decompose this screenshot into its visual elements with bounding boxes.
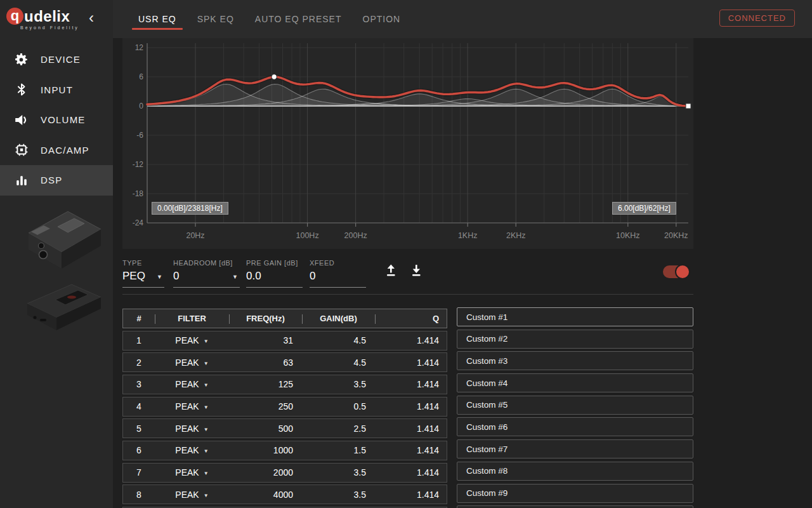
- gain-value[interactable]: 1.5: [302, 445, 375, 455]
- gain-value[interactable]: 4.5: [302, 335, 375, 345]
- freq-value[interactable]: 4000: [229, 490, 302, 500]
- filter-type-dropdown[interactable]: PEAK▼: [155, 379, 229, 389]
- preset-button-2[interactable]: Custom #2: [457, 330, 693, 349]
- freq-value[interactable]: 250: [229, 401, 302, 411]
- bluetooth-icon: [14, 83, 29, 97]
- headroom-db-field[interactable]: HEADROOM [dB]0▼: [173, 259, 240, 288]
- cell-text: 8: [136, 490, 141, 500]
- preset-button-8[interactable]: Custom #8: [457, 462, 693, 481]
- field-value[interactable]: 0: [173, 270, 240, 283]
- field-label: PRE GAIN [dB]: [246, 259, 303, 267]
- filter-type-dropdown[interactable]: PEAK▼: [155, 445, 229, 455]
- column-header-freqhz: FREQ(Hz): [229, 314, 302, 323]
- q-value[interactable]: 1.414: [375, 467, 448, 478]
- q-value[interactable]: 1.414: [375, 335, 448, 345]
- edge-cursor-handle[interactable]: [686, 104, 691, 109]
- field-label: TYPE: [122, 259, 164, 267]
- filter-type-dropdown[interactable]: PEAK▼: [155, 335, 229, 345]
- q-value[interactable]: 1.414: [375, 358, 448, 368]
- freq-value[interactable]: 31: [229, 335, 302, 345]
- preset-button-7[interactable]: Custom #7: [457, 439, 693, 458]
- gain-value[interactable]: 3.5: [302, 490, 375, 500]
- sidebar-item-dacamp[interactable]: DAC/AMP: [0, 135, 113, 166]
- q-value[interactable]: 1.414: [375, 490, 448, 500]
- chevron-down-icon: ▼: [204, 404, 209, 410]
- filter-row-2: 2PEAK▼634.51.414: [122, 352, 447, 372]
- filter-type-dropdown[interactable]: PEAK▼: [155, 490, 229, 500]
- freq-value[interactable]: 2000: [229, 467, 302, 478]
- filter-type-dropdown[interactable]: PEAK▼: [155, 467, 229, 478]
- band-number: 1: [123, 335, 155, 345]
- filter-row-6: 6PEAK▼10001.51.414: [122, 441, 447, 460]
- eq-enable-toggle[interactable]: [663, 265, 688, 278]
- filter-type-dropdown[interactable]: PEAK▼: [155, 424, 229, 434]
- tab-spk-eq[interactable]: SPK EQ: [197, 0, 234, 38]
- toggle-knob: [675, 264, 690, 279]
- gain-value[interactable]: 2.5: [302, 424, 375, 434]
- tab-usr-eq[interactable]: USR EQ: [138, 0, 176, 38]
- gear-icon: [14, 53, 29, 67]
- gain-value[interactable]: 3.5: [302, 379, 375, 389]
- column-header-q: Q: [375, 314, 448, 323]
- preset-button-1[interactable]: Custom #1: [457, 307, 693, 326]
- cell-text: 1.414: [417, 424, 439, 434]
- sidebar-item-input[interactable]: INPUT: [0, 75, 113, 105]
- top-bar: q udelix Beyond Fidelity ‹ USR EQSPK EQA…: [0, 0, 812, 38]
- gain-value[interactable]: 4.5: [302, 358, 375, 368]
- selected-band-handle[interactable]: [272, 74, 277, 79]
- pre-gain-db-field[interactable]: PRE GAIN [dB]0.0: [246, 259, 303, 288]
- q-value[interactable]: 1.414: [375, 401, 448, 411]
- logo-q-badge: q: [6, 8, 23, 25]
- sidebar-item-label: INPUT: [41, 84, 73, 95]
- chevron-down-icon: ▼: [204, 448, 209, 454]
- band-number: 3: [123, 379, 155, 389]
- cell-text: 2.5: [354, 424, 366, 434]
- preset-button-3[interactable]: Custom #3: [457, 351, 693, 370]
- preset-button-9[interactable]: Custom #9: [457, 484, 693, 503]
- cell-text: 1.414: [417, 358, 439, 368]
- gain-value[interactable]: 0.5: [302, 401, 375, 411]
- eq-bars-icon: [14, 174, 29, 187]
- freq-value[interactable]: 500: [229, 424, 302, 434]
- sidebar-item-dsp[interactable]: DSP: [0, 165, 113, 196]
- cell-text: 7: [136, 467, 141, 478]
- sidebar-item-label: DAC/AMP: [41, 145, 89, 156]
- preset-button-4[interactable]: Custom #4: [457, 373, 693, 392]
- chevron-down-icon: ▼: [204, 382, 209, 388]
- field-value[interactable]: 0.0: [246, 270, 303, 283]
- cell-text: 4.5: [354, 335, 366, 345]
- freq-value[interactable]: 125: [229, 379, 302, 389]
- sidebar-collapse-chevron-icon[interactable]: ‹: [89, 9, 94, 27]
- filter-type-dropdown[interactable]: PEAK▼: [155, 358, 229, 368]
- q-value[interactable]: 1.414: [375, 424, 448, 434]
- preset-button-6[interactable]: Custom #6: [457, 417, 693, 436]
- band-number: 8: [123, 490, 155, 500]
- sidebar-item-device[interactable]: DEVICE: [0, 44, 113, 75]
- field-value[interactable]: 0: [310, 270, 366, 283]
- cell-text: 31: [283, 335, 293, 345]
- gain-value[interactable]: 3.5: [302, 467, 375, 478]
- filter-type-dropdown[interactable]: PEAK▼: [155, 401, 229, 411]
- freq-value[interactable]: 1000: [229, 445, 302, 455]
- eq-response-chart[interactable]: 1260-6-12-18-2420Hz100Hz200Hz1KHz2KHz10K…: [122, 38, 693, 249]
- xfeed-field[interactable]: XFEED0: [310, 259, 366, 288]
- tab-auto-eq-preset[interactable]: AUTO EQ PRESET: [255, 0, 342, 38]
- filter-table-body: 1PEAK▼314.51.4142PEAK▼634.51.4143PEAK▼12…: [122, 331, 447, 508]
- type-field[interactable]: TYPEPEQ▼: [122, 259, 164, 288]
- eq-chart-panel[interactable]: 1260-6-12-18-2420Hz100Hz200Hz1KHz2KHz10K…: [122, 38, 693, 249]
- tab-option[interactable]: OPTION: [363, 0, 401, 38]
- freq-value[interactable]: 63: [229, 358, 302, 368]
- cell-text: 500: [278, 424, 293, 434]
- q-value[interactable]: 1.414: [375, 379, 448, 389]
- qudelix-logo: q udelix: [6, 8, 70, 25]
- download-icon[interactable]: [408, 262, 424, 281]
- sidebar-item-volume[interactable]: VOLUME: [0, 105, 113, 135]
- upload-icon[interactable]: [383, 262, 399, 281]
- q-value[interactable]: 1.414: [375, 445, 448, 455]
- y-tick-label: -6: [136, 131, 143, 140]
- preset-button-partial: [457, 505, 693, 508]
- cursor-readout-left: 0.00[dB]/23818[Hz]: [152, 202, 228, 215]
- connection-status-badge[interactable]: CONNECTED: [719, 10, 795, 27]
- preset-button-5[interactable]: Custom #5: [457, 396, 693, 415]
- logo-block: q udelix Beyond Fidelity ‹: [0, 0, 113, 38]
